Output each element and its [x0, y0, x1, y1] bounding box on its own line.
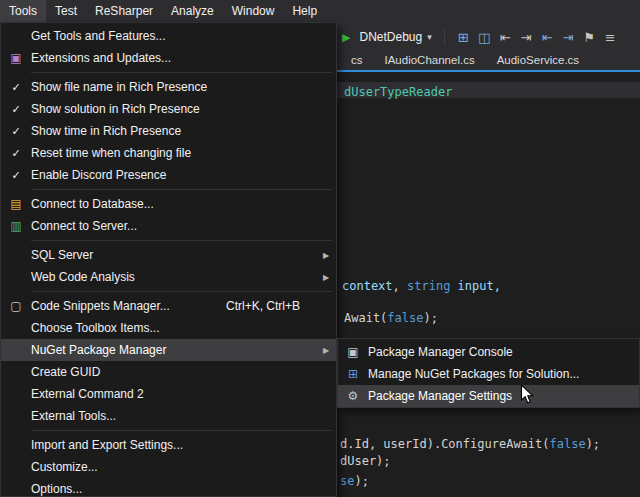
menu-item-manage-nuget-packages-for-solution[interactable]: ⊞Manage NuGet Packages for Solution... [338, 363, 639, 385]
attach-to-process-icon[interactable]: ⊞ [453, 30, 474, 45]
database-icon: ▤ [1, 197, 31, 211]
preview-changes-icon[interactable]: ◫ [474, 30, 495, 45]
code-line: dUser); [340, 454, 391, 469]
menubar-item-help[interactable]: Help [283, 0, 326, 22]
navigate-backward-icon[interactable]: ⇤ [495, 30, 516, 45]
document-tab-audioservice-cs[interactable]: AudioService.cs [486, 50, 590, 70]
code-line: d.Id, userId).ConfigureAwait(false); [340, 437, 600, 452]
code-token: input, [450, 279, 501, 293]
toolbar-icons: ⊞◫⇤⇥⇤⇥⚑≡ [453, 30, 621, 45]
submenu-arrow-icon: ▶ [316, 346, 336, 355]
checkmark-icon: ✓ [1, 125, 31, 138]
debug-profile-dropdown[interactable]: DNetDebug ▾ [355, 28, 435, 46]
menu-item-code-snippets-manager[interactable]: ▢Code Snippets Manager...Ctrl+K, Ctrl+B [1, 295, 336, 317]
menu-item-label: Show time in Rich Presence [31, 124, 316, 138]
menu-bar: ToolsTestReSharperAnalyzeWindowHelp [0, 0, 640, 22]
menubar-item-window[interactable]: Window [223, 0, 284, 22]
code-token: false [387, 311, 423, 325]
menu-item-package-manager-console[interactable]: ▣Package Manager Console [338, 341, 639, 363]
menu-item-nuget-package-manager[interactable]: NuGet Package Manager▶ [1, 339, 336, 361]
menu-item-label: Code Snippets Manager... [31, 299, 226, 313]
menu-item-connect-to-database[interactable]: ▤Connect to Database... [1, 193, 336, 215]
menu-separator [31, 430, 332, 431]
code-token: context [342, 279, 393, 293]
submenu-arrow-icon: ▶ [316, 273, 336, 282]
gear-icon: ⚙ [338, 389, 368, 403]
menu-item-connect-to-server[interactable]: ▥Connect to Server... [1, 215, 336, 237]
checkmark-icon: ✓ [1, 81, 31, 94]
menu-item-import-and-export-settings[interactable]: Import and Export Settings... [1, 434, 336, 456]
menu-item-label: Connect to Server... [31, 219, 316, 233]
menu-item-label: Web Code Analysis [31, 270, 316, 284]
code-token: false [550, 437, 586, 451]
menu-item-label: Manage NuGet Packages for Solution... [368, 367, 619, 381]
menu-item-label: Create GUID [31, 365, 316, 379]
code-line: context, string input, [342, 279, 501, 294]
menu-item-label: Connect to Database... [31, 197, 316, 211]
menu-item-label: NuGet Package Manager [31, 343, 316, 357]
menu-separator [31, 240, 332, 241]
menubar-item-analyze[interactable]: Analyze [162, 0, 223, 22]
menu-item-customize[interactable]: Customize... [1, 456, 336, 478]
menu-item-show-file-name-in-rich-presence[interactable]: ✓Show file name in Rich Presence [1, 76, 336, 98]
menu-item-external-command-2[interactable]: External Command 2 [1, 383, 336, 405]
menu-item-extensions-and-updates[interactable]: ▣Extensions and Updates... [1, 47, 336, 69]
menu-separator [31, 291, 332, 292]
menu-item-get-tools-and-features[interactable]: Get Tools and Features... [1, 25, 336, 47]
menu-item-label: Package Manager Console [368, 345, 619, 359]
menu-item-create-guid[interactable]: Create GUID [1, 361, 336, 383]
menu-item-show-solution-in-rich-presence[interactable]: ✓Show solution in Rich Presence [1, 98, 336, 120]
code-token: se [340, 474, 354, 488]
menu-item-show-time-in-rich-presence[interactable]: ✓Show time in Rich Presence [1, 120, 336, 142]
menu-item-choose-toolbox-items[interactable]: Choose Toolbox Items... [1, 317, 336, 339]
bookmark-icon[interactable]: ⚑ [579, 30, 600, 45]
increase-line-indent-icon[interactable]: ⇥ [558, 30, 579, 45]
menu-separator [31, 189, 332, 190]
menu-item-package-manager-settings[interactable]: ⚙Package Manager Settings [338, 385, 639, 407]
submenu-arrow-icon: ▶ [316, 251, 336, 260]
console-icon: ▣ [338, 345, 368, 359]
server-icon: ▥ [1, 219, 31, 233]
code-token: d.Id, userId).ConfigureAwait( [340, 437, 550, 451]
code-snippets-icon: ▢ [1, 299, 31, 313]
chevron-down-icon: ▾ [427, 32, 432, 42]
code-token: ); [586, 437, 600, 451]
menu-item-label: Show file name in Rich Presence [31, 80, 316, 94]
menu-item-options[interactable]: Options... [1, 478, 336, 497]
start-debug-icon[interactable]: ▶ [342, 31, 350, 44]
menu-item-enable-discord-presence[interactable]: ✓Enable Discord Presence [1, 164, 336, 186]
document-tab-cs[interactable]: cs [340, 50, 374, 70]
menu-item-web-code-analysis[interactable]: Web Code Analysis▶ [1, 266, 336, 288]
menu-item-label: SQL Server [31, 248, 316, 262]
decrease-line-indent-icon[interactable]: ⇤ [537, 30, 558, 45]
code-line: se); [340, 474, 369, 489]
task-list-icon[interactable]: ≡ [600, 30, 621, 45]
menu-separator [31, 72, 332, 73]
menu-item-external-tools[interactable]: External Tools... [1, 405, 336, 427]
menu-item-label: Enable Discord Presence [31, 168, 316, 182]
menu-item-sql-server[interactable]: SQL Server▶ [1, 244, 336, 266]
menubar-item-tools[interactable]: Tools [0, 0, 46, 22]
menu-item-reset-time-when-changing-file[interactable]: ✓Reset time when changing file [1, 142, 336, 164]
toolbar-group: ▶ DNetDebug ▾ ⊞◫⇤⇥⇤⇥⚑≡ [342, 22, 621, 52]
menu-item-label: Extensions and Updates... [31, 51, 316, 65]
menu-item-label: Options... [31, 482, 316, 496]
menubar-item-test[interactable]: Test [46, 0, 86, 22]
document-tab-iaudiochannel-cs[interactable]: IAudioChannel.cs [374, 50, 486, 70]
code-token: ); [354, 474, 368, 488]
menu-item-label: External Command 2 [31, 387, 316, 401]
nuget-package-manager-submenu: ▣Package Manager Console⊞Manage NuGet Pa… [337, 338, 640, 408]
menu-item-label: Package Manager Settings [368, 389, 619, 403]
tools-menu: Get Tools and Features...▣Extensions and… [0, 22, 337, 497]
menubar-item-resharper[interactable]: ReSharper [86, 0, 162, 22]
navigate-forward-icon[interactable]: ⇥ [516, 30, 537, 45]
menu-item-label: Get Tools and Features... [31, 29, 316, 43]
menu-item-label: Import and Export Settings... [31, 438, 316, 452]
checkmark-icon: ✓ [1, 147, 31, 160]
menu-item-label: External Tools... [31, 409, 316, 423]
menu-item-label: Customize... [31, 460, 316, 474]
menu-item-label: Show solution in Rich Presence [31, 102, 316, 116]
menu-item-label: Reset time when changing file [31, 146, 316, 160]
code-token: Await( [344, 311, 387, 325]
code-token: ); [423, 311, 437, 325]
